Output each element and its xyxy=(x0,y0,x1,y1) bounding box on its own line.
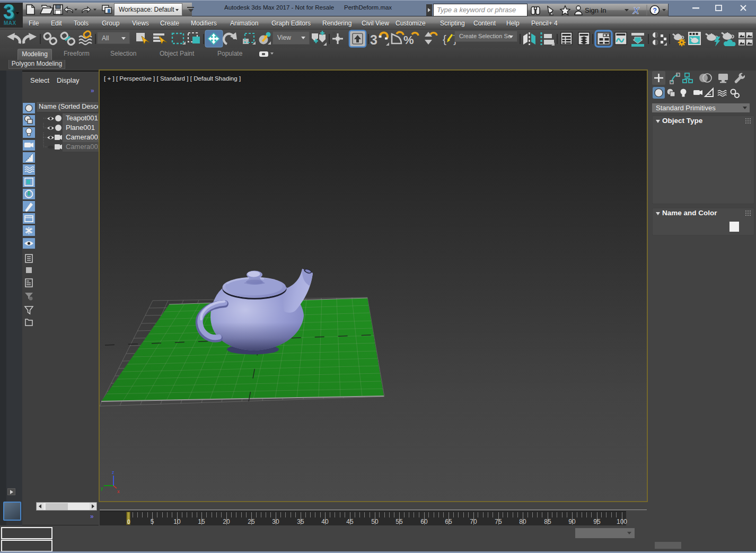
svg-text:45: 45 xyxy=(346,518,354,525)
svg-text:3: 3 xyxy=(370,32,377,47)
svg-text:35: 35 xyxy=(297,518,304,525)
svg-text:%: % xyxy=(403,33,414,47)
svg-text:[ + ] [ Perspective ] [ Standa: [ + ] [ Perspective ] [ Standard ] [ Def… xyxy=(104,75,241,82)
svg-text:y: y xyxy=(101,486,103,491)
svg-text:20: 20 xyxy=(223,518,230,525)
svg-text:25: 25 xyxy=(248,518,255,525)
svg-text:5: 5 xyxy=(151,518,154,525)
svg-text:100: 100 xyxy=(617,518,627,525)
svg-text:50: 50 xyxy=(371,518,379,525)
svg-text:60: 60 xyxy=(420,518,428,525)
svg-text:x: x xyxy=(117,489,120,494)
svg-text:15: 15 xyxy=(198,518,205,525)
svg-text:95: 95 xyxy=(593,518,601,525)
svg-text:{: { xyxy=(443,33,446,45)
svg-text:55: 55 xyxy=(395,518,403,525)
svg-text:65: 65 xyxy=(445,518,452,525)
svg-text:30: 30 xyxy=(272,518,279,525)
svg-text:80: 80 xyxy=(519,518,526,525)
svg-text:?: ? xyxy=(653,7,657,14)
svg-text:90: 90 xyxy=(568,518,576,525)
svg-text:70: 70 xyxy=(470,518,477,525)
svg-text:10: 10 xyxy=(173,518,181,525)
svg-text:40: 40 xyxy=(321,518,329,525)
svg-text:75: 75 xyxy=(495,518,502,525)
svg-text:85: 85 xyxy=(544,518,551,525)
svg-text:X: X xyxy=(632,6,640,16)
svg-text:z: z xyxy=(112,470,115,475)
svg-text:Sign In: Sign In xyxy=(585,6,606,14)
